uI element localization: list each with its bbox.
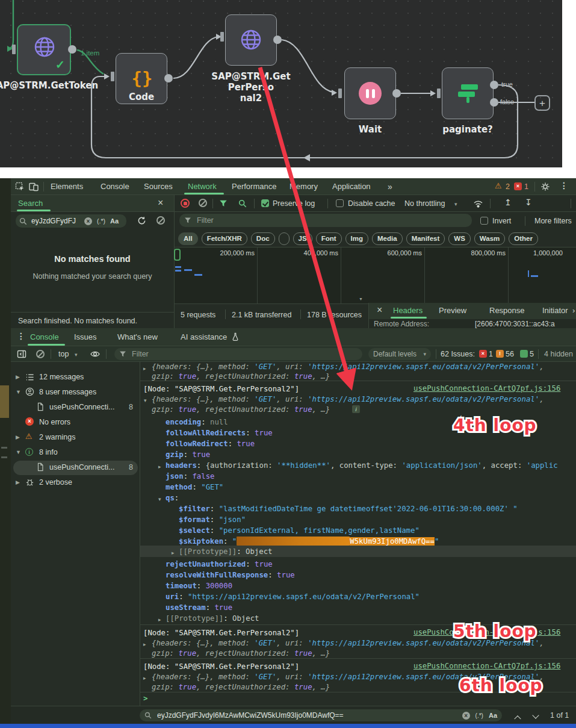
clear-console-icon[interactable] xyxy=(36,350,45,358)
invert-checkbox[interactable] xyxy=(480,217,488,225)
tab-response[interactable]: Response xyxy=(489,306,525,315)
warning-icon[interactable]: ⚠ xyxy=(495,181,502,190)
console-sidebar-toggle-icon[interactable] xyxy=(17,349,26,359)
tab-sources[interactable]: Sources xyxy=(144,182,173,191)
previous-match-icon[interactable] xyxy=(515,713,520,721)
more-tabs-icon[interactable]: » xyxy=(388,182,392,191)
chip-css[interactable] xyxy=(279,232,290,245)
error-badge-icon[interactable]: × xyxy=(514,182,522,190)
expand-icon[interactable]: ▸ xyxy=(172,550,175,556)
device-toolbar-icon[interactable] xyxy=(29,182,39,191)
chip-font[interactable]: Font xyxy=(316,232,342,245)
network-conditions-icon[interactable] xyxy=(473,199,483,208)
expand-icon[interactable]: ▸ xyxy=(143,641,146,647)
clear-search-icon[interactable]: × xyxy=(84,217,92,225)
expand-icon[interactable]: ▸ xyxy=(158,464,161,470)
clear-network-log-icon[interactable] xyxy=(199,199,207,207)
regex-toggle[interactable]: (.*) xyxy=(97,217,105,225)
sidebar-item-verbose[interactable]: ▶ 2 verbose xyxy=(11,476,140,490)
resize-grip-icon[interactable]: ▼ xyxy=(359,297,363,301)
chip-js[interactable]: JS xyxy=(293,232,312,245)
chip-manifest[interactable]: Manifest xyxy=(406,232,445,245)
add-node-button[interactable]: + xyxy=(534,95,550,111)
tab-elements[interactable]: Elements xyxy=(51,182,83,191)
chip-other[interactable]: Other xyxy=(509,232,538,245)
sidebar-item-errors[interactable]: × No errors xyxy=(11,415,140,430)
chip-wasm[interactable]: Wasm xyxy=(474,232,505,245)
sidebar-item-info[interactable]: ▼ i 8 info xyxy=(11,446,140,460)
gear-icon[interactable] xyxy=(540,182,550,191)
tab-console[interactable]: Console xyxy=(101,182,129,191)
match-case-toggle[interactable]: Aa xyxy=(110,217,119,225)
source-link[interactable]: usePushConnection-CArtQ7pf.js:156 xyxy=(413,662,560,670)
clear-find-icon[interactable]: × xyxy=(462,712,470,720)
tab-network[interactable]: Network xyxy=(188,182,217,191)
preserve-log-checkbox[interactable] xyxy=(261,199,269,207)
search-input-pill[interactable]: × (.*) Aa xyxy=(16,214,126,228)
kebab-menu-icon[interactable]: ⋮ xyxy=(560,181,568,190)
network-overview-timeline[interactable]: 200,000 ms 400,000 ms 600,000 ms 800,000… xyxy=(175,247,576,304)
chevron-down-icon[interactable]: ▾ xyxy=(75,352,78,358)
network-filter-input[interactable] xyxy=(196,216,463,225)
search-panel-title[interactable]: Search xyxy=(18,199,43,208)
disable-cache-checkbox[interactable] xyxy=(336,199,344,207)
expander-icon[interactable]: ▼ xyxy=(16,389,21,395)
sidebar-item-user-messages[interactable]: ▼ 8 user messages xyxy=(11,385,140,400)
node-get-perpersonal2[interactable] xyxy=(225,14,277,66)
console-prompt[interactable]: > xyxy=(143,694,147,703)
expander-icon[interactable]: ▼ xyxy=(16,449,21,455)
search-input[interactable] xyxy=(30,216,84,226)
workflow-canvas[interactable]: ✓ SAP@STRM.GetToken {} Code SAP@STRM.Get… xyxy=(0,0,562,167)
chip-fetch-xhr[interactable]: Fetch/XHR xyxy=(202,232,247,245)
drawer-menu-icon[interactable]: ⋮ xyxy=(17,331,25,341)
find-input-pill[interactable]: × (.*) Aa xyxy=(140,709,502,721)
sidebar-item-user-file[interactable]: usePushConnecti... 8 xyxy=(11,400,140,415)
overview-handle[interactable] xyxy=(174,249,181,261)
clear-results-icon[interactable] xyxy=(156,216,165,225)
invert-label[interactable]: Invert xyxy=(492,217,511,225)
drawer-tab-console[interactable]: Console xyxy=(30,332,59,341)
tab-performance[interactable]: Performance xyxy=(232,182,276,191)
info-hint-icon[interactable]: i xyxy=(352,405,360,413)
chevron-down-icon[interactable]: ▾ xyxy=(454,201,457,207)
throttling-select[interactable]: No throttling xyxy=(404,199,445,208)
chip-all[interactable]: All xyxy=(178,232,198,245)
console-filter-pill[interactable] xyxy=(114,348,362,360)
more-filters-button[interactable]: More filters xyxy=(534,217,572,225)
tab-initiator[interactable]: Initiator xyxy=(542,306,568,315)
regex-toggle[interactable]: (.*) xyxy=(475,712,483,719)
find-input[interactable] xyxy=(156,711,455,720)
tab-preview[interactable]: Preview xyxy=(439,306,466,315)
match-case-toggle[interactable]: Aa xyxy=(489,712,497,719)
import-har-icon[interactable]: ↥ xyxy=(504,198,512,207)
drawer-tab-ai-assistance[interactable]: AI assistance xyxy=(181,332,227,341)
tab-headers[interactable]: Headers xyxy=(393,306,423,315)
drawer-tab-whats-new[interactable]: What's new xyxy=(117,332,158,341)
chip-doc[interactable]: Doc xyxy=(251,232,275,245)
expand-icon[interactable]: ▸ xyxy=(143,675,146,681)
preserve-log-label[interactable]: Preserve log xyxy=(273,199,315,208)
node-wait[interactable] xyxy=(344,67,396,119)
expand-icon[interactable]: ▸ xyxy=(158,617,161,623)
export-har-icon[interactable]: ↧ xyxy=(525,198,532,207)
more-detail-tabs-icon[interactable]: › xyxy=(572,306,575,315)
eye-icon[interactable] xyxy=(90,350,100,358)
expander-icon[interactable]: ▶ xyxy=(16,434,20,440)
drawer-tab-issues[interactable]: Issues xyxy=(74,332,97,341)
node-paginate[interactable] xyxy=(442,67,494,119)
record-network-log-button[interactable] xyxy=(181,199,190,208)
node-get-token[interactable]: ✓ xyxy=(17,24,71,75)
context-select[interactable]: top xyxy=(58,350,69,358)
search-network-icon[interactable] xyxy=(238,199,247,208)
console-filter-input[interactable] xyxy=(131,349,350,359)
sidebar-item-info-file-selected[interactable]: usePushConnecti... 8 xyxy=(13,461,138,475)
filter-funnel-icon[interactable] xyxy=(219,199,228,208)
next-match-icon[interactable] xyxy=(533,711,538,720)
hidden-count[interactable]: 4 hidden xyxy=(544,350,573,358)
collapse-icon[interactable]: ▾ xyxy=(158,496,161,502)
inspect-icon[interactable] xyxy=(15,182,25,191)
collapse-icon[interactable]: ▾ xyxy=(144,397,147,403)
close-icon[interactable]: × xyxy=(158,199,163,207)
network-filter-pill[interactable] xyxy=(179,214,472,227)
issues-count-label[interactable]: 62 Issues: xyxy=(441,350,475,358)
